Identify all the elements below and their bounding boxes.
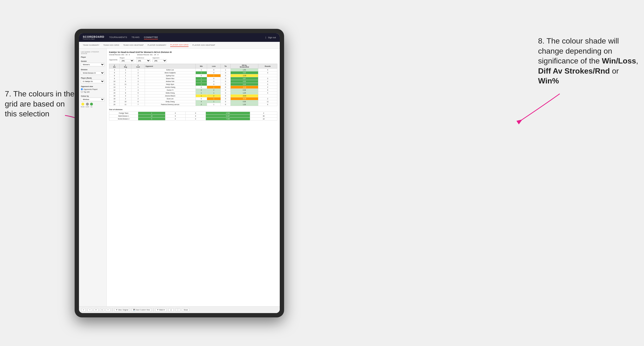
nav-right: | Sign out: [266, 36, 276, 39]
cell-loss: 1: [207, 97, 220, 100]
col-tie: Tie: [220, 64, 230, 69]
cell-diff: -3.00: [230, 86, 258, 89]
cell-diff: 3.33: [230, 83, 258, 86]
undo-button[interactable]: ↩: [81, 308, 86, 312]
legend-level: Level: [86, 103, 89, 108]
cell-opponent: Euna Lee: [145, 97, 196, 100]
cell-loss: 1: [207, 86, 220, 89]
nav-item-committee[interactable]: COMMITTEE: [144, 36, 158, 39]
cell-rounds: 3: [258, 71, 277, 74]
out-of-division-table: Foreign Team 1 0 0 4.500 2 NAIA Division…: [109, 112, 277, 121]
refresh-button[interactable]: ⟳: [94, 308, 98, 312]
cell-reg: 1: [120, 77, 132, 80]
grid-button[interactable]: ⛶: [176, 308, 180, 311]
cell-win: 0: [196, 74, 207, 77]
opponent-filter-label: Opponent: [152, 57, 167, 59]
cell-conf: 4: [132, 77, 145, 80]
cell-loss: 1: [207, 103, 220, 106]
cut-button[interactable]: ✂: [106, 308, 110, 312]
layout-button[interactable]: ⬜: [168, 308, 174, 312]
cell-div: 19: [109, 100, 120, 103]
conference-select[interactable]: (All): [136, 59, 150, 62]
radio-opponents-played[interactable]: Opponents Played: [81, 88, 104, 90]
cell-reg: 11: [120, 83, 132, 86]
cell-opponent: Alexis Sudjianto: [145, 71, 196, 74]
col-reg: #Reg: [120, 64, 132, 69]
cell-diff: 1.25: [230, 92, 258, 95]
cell-div: 20: [109, 103, 120, 106]
subnav-player-summary[interactable]: PLAYER SUMMARY: [148, 43, 166, 47]
cell-win: 1: [196, 92, 207, 95]
cell-opponent: Jessica Huang: [145, 86, 196, 89]
subnav-team-summary[interactable]: TEAM SUMMARY: [83, 43, 100, 47]
bottom-toolbar: ↩ ↪ ⟳ ⎘ ✂ 👁 View: Original 💾 Save Custom…: [79, 306, 280, 313]
grid-area: Katelyn Vo Head-to-Head Grid for Women's…: [107, 49, 280, 306]
filter-row: Opponents: Region (All) Conference (All): [109, 57, 277, 62]
cell-div: 18: [109, 97, 120, 100]
legend-down: Down: [81, 103, 84, 108]
col-conf: #Conf: [132, 64, 145, 69]
cell-rounds: 9: [258, 89, 277, 92]
cell-loss: 1: [207, 74, 220, 77]
watch-button[interactable]: 👁 Watch ▾: [156, 308, 166, 312]
subnav-team-h2h-grid[interactable]: TEAM H2H GRID: [103, 43, 120, 47]
cell-reg: 8: [120, 92, 132, 95]
cell-conf: 2: [132, 97, 145, 100]
ood-opponent: NAIA Division 1: [109, 115, 138, 118]
radio-top-100[interactable]: Top 100: [81, 91, 104, 93]
radio-top-100-label: Top 100: [84, 91, 90, 93]
gender-select[interactable]: Women's: [81, 63, 104, 66]
cell-win: 2: [196, 103, 207, 106]
cell-win: 1: [196, 71, 207, 74]
sign-out-button[interactable]: Sign out: [268, 36, 276, 39]
tablet-frame: SCOREBOARD Powered by clippd TOURNAMENTS…: [75, 29, 284, 317]
ood-win: 5: [138, 118, 166, 121]
save-custom-view-button[interactable]: 💾 Save Custom View: [132, 308, 152, 312]
legend-label-level: Level: [86, 106, 89, 108]
table-row: 9 1 4 Sharon Mun 1 0 0 3.67 3: [109, 77, 277, 80]
table-row: 20 11 7 Federica Domecq Lacroze 2 1 0 1.…: [109, 103, 277, 106]
filter-region: Region (All): [120, 57, 134, 62]
cell-rounds: 2: [258, 97, 277, 100]
opponent-select[interactable]: (All): [152, 59, 167, 62]
annotation-right-text: 8. The colour shade will change dependin…: [538, 36, 638, 85]
redo-button[interactable]: ↪: [88, 308, 92, 312]
subnav-player-h2h-heatmap[interactable]: PLAYER H2H HEATMAP: [192, 43, 215, 47]
cell-loss: 0: [207, 83, 220, 86]
ood-opponent: Foreign Team: [109, 112, 138, 115]
subnav-player-h2h-grid[interactable]: PLAYER H2H GRID: [170, 43, 188, 47]
colour-select[interactable]: Win/loss: [81, 98, 104, 101]
cell-conf: 4: [132, 89, 145, 92]
cell-tie: 0: [220, 103, 230, 106]
cell-rounds: 4: [258, 80, 277, 83]
table-row: 13 1 1 Jessica Huang 0 1 0 -3.00 2: [109, 86, 277, 89]
cell-div: 14: [109, 89, 120, 92]
view-original-button[interactable]: 👁 View: Original: [114, 308, 130, 311]
cell-reg: 10: [120, 100, 132, 103]
cell-conf: 1: [132, 95, 145, 97]
cell-rounds: 4: [258, 69, 277, 71]
cell-diff: 4.00: [230, 80, 258, 83]
subnav-team-h2h-heatmap[interactable]: TEAM H2H HEATMAP: [123, 43, 144, 47]
share-button[interactable]: Share: [182, 308, 190, 311]
player-rank-select[interactable]: 8. Katelyn Vo: [81, 80, 104, 83]
gender-section: Gender Women's: [81, 60, 104, 66]
ood-tie: 0: [186, 115, 206, 118]
cell-opponent: Federica Domecq Lacroze: [145, 103, 196, 106]
ood-table-row: NAIA Division 1 15 0 0 9.267 30: [109, 115, 277, 118]
nav-item-tournaments[interactable]: TOURNAMENTS: [109, 36, 127, 39]
cell-conf: 6: [132, 100, 145, 103]
region-select[interactable]: (All): [120, 59, 134, 62]
ood-tie: 0: [186, 118, 206, 121]
cell-opponent: Eunice Yi: [145, 89, 196, 92]
nav-bar: SCOREBOARD Powered by clippd TOURNAMENTS…: [79, 33, 280, 42]
division-select[interactable]: NCAA Division III: [81, 71, 104, 75]
nav-item-teams[interactable]: TEAMS: [132, 36, 140, 39]
cell-reg: 6: [120, 80, 132, 83]
cell-diff: 4.00: [230, 71, 258, 74]
cell-tie: 0: [220, 89, 230, 92]
cell-tie: 1: [220, 69, 230, 71]
cell-win: 0: [196, 86, 207, 89]
cell-diff: -1.00: [230, 74, 258, 77]
copy-button[interactable]: ⎘: [100, 308, 104, 311]
